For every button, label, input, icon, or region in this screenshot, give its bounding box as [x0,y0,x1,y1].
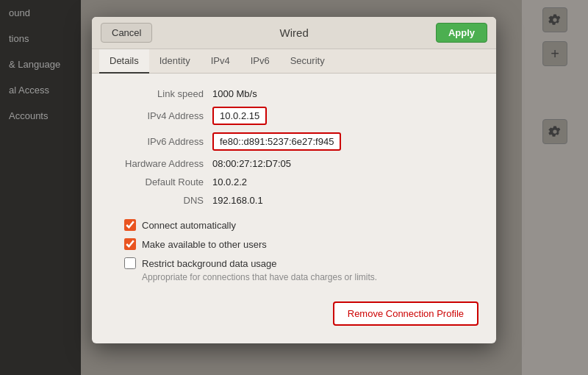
default-route-value: 10.0.2.2 [212,176,247,188]
ipv4-value: 10.0.2.15 [212,107,267,125]
default-route-row: Default Route 10.0.2.2 [110,176,478,188]
restrict-sublabel: Appropriate for connections that have da… [142,272,478,282]
hardware-label: Hardware Address [110,158,212,169]
ipv6-row: IPv6 Address fe80::d891:5237:6e27:f945 [110,132,478,151]
hardware-value: 08:00:27:12:D7:05 [212,158,291,169]
link-speed-label: Link speed [110,88,212,99]
make-available-label: Make available to other users [142,239,267,250]
hardware-row: Hardware Address 08:00:27:12:D7:05 [110,158,478,169]
connect-auto-label: Connect automatically [142,220,236,231]
modal-overlay: Cancel Wired Apply Details Identity IPv4… [0,0,588,375]
tab-security[interactable]: Security [280,49,335,74]
dns-label: DNS [110,195,212,206]
checkboxes-section: Connect automatically Make available to … [124,219,478,282]
tab-details[interactable]: Details [99,49,149,74]
dns-value: 192.168.0.1 [212,195,263,206]
link-speed-value: 1000 Mb/s [212,88,257,99]
tab-ipv4[interactable]: IPv4 [201,49,240,74]
tab-bar: Details Identity IPv4 IPv6 Security [92,49,496,74]
make-available-row: Make available to other users [124,238,478,250]
restrict-label: Restrict background data usage [142,258,277,269]
restrict-checkbox[interactable] [124,257,136,269]
tab-ipv6[interactable]: IPv6 [240,49,280,74]
ipv6-label: IPv6 Address [110,136,212,147]
apply-button[interactable]: Apply [436,23,487,43]
dialog-title: Wired [152,26,435,39]
connect-auto-row: Connect automatically [124,219,478,231]
dialog-header: Cancel Wired Apply [92,17,496,49]
ipv4-label: IPv4 Address [110,110,212,121]
restrict-row: Restrict background data usage [124,257,478,269]
connect-auto-checkbox[interactable] [124,219,136,231]
ipv4-row: IPv4 Address 10.0.2.15 [110,107,478,125]
make-available-checkbox[interactable] [124,238,136,250]
dialog-body: Link speed 1000 Mb/s IPv4 Address 10.0.2… [92,74,496,343]
remove-connection-button[interactable]: Remove Connection Profile [333,301,478,326]
default-route-label: Default Route [110,176,212,188]
dns-row: DNS 192.168.0.1 [110,195,478,206]
tab-identity[interactable]: Identity [149,49,201,74]
remove-btn-container: Remove Connection Profile [110,294,478,326]
ipv6-value: fe80::d891:5237:6e27:f945 [212,132,341,151]
link-speed-row: Link speed 1000 Mb/s [110,88,478,99]
cancel-button[interactable]: Cancel [101,23,152,43]
wired-dialog: Cancel Wired Apply Details Identity IPv4… [92,17,496,343]
